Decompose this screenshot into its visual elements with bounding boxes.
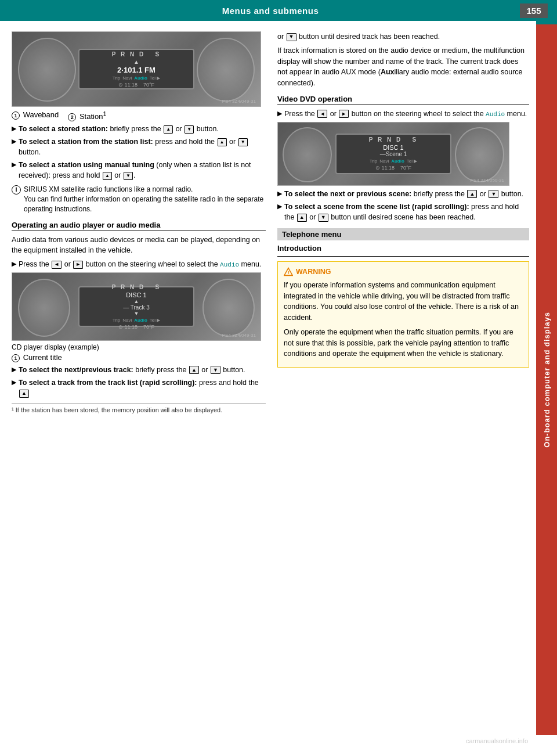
dash-screen-1: P R N D S ▲ 2·101.1 FM Trip Navi Audio T… [78, 49, 194, 89]
dvd-nav-row: Trip Navi Audio Tel ▶ [370, 159, 418, 164]
bullet-track-text: To select the next/previous track: brief… [19, 365, 245, 375]
dvd-prnd: P R N D S [369, 136, 418, 143]
bullet-arrow-6: ▶ [12, 378, 16, 387]
section-audio-header: Operating an audio player or audio media [12, 221, 266, 231]
track-info-para: If track information is stored on the au… [277, 45, 529, 89]
station-display: 2·101.1 FM [117, 66, 155, 74]
right-column: or ▼ button until desired track has been… [273, 27, 536, 418]
bullet-select-track: ▶ To select the next/previous track: bri… [12, 365, 266, 375]
photo-ref-1: PS4 3Z4/049-31 [222, 99, 256, 104]
telephone-section-header: Telephone menu [277, 228, 529, 240]
warning-triangle-icon: ! [284, 267, 293, 276]
watermark: carmanualsonline.info [466, 737, 528, 744]
header-bar: Menus and submenus 155 [0, 0, 557, 21]
section-audio-title: Operating an audio player or audio media [12, 221, 160, 229]
bullet-arrow-1: ▶ [12, 124, 16, 134]
telephone-section-title: Telephone menu [282, 230, 341, 239]
time-temp-1: ⊙ 11:18 70°F [118, 82, 154, 88]
sidebar-label-text: On-board computer and displays [542, 312, 551, 448]
warning-para2: Only operate the equipment when the traf… [284, 327, 523, 359]
dvd-dash-display: P R N D S DISC 1 —Scene 1 Trip Navi Audi… [278, 123, 509, 185]
circle-1: 1 [12, 111, 20, 120]
track-display: — Track 3 [123, 304, 150, 311]
disc-display: DISC 1 [126, 291, 146, 298]
warning-title: ! WARNING [284, 267, 523, 278]
warning-para1: If you operate information systems and c… [284, 280, 523, 323]
nav-row-1: Trip Navi Audio Tel ▶ [113, 75, 161, 81]
bullet-arrow-v1: ▶ [277, 109, 282, 118]
svg-text:!: ! [288, 270, 290, 275]
dvd-scene: —Scene 1 [380, 151, 407, 157]
dvd-disc: DISC 1 [383, 144, 403, 151]
nav2-trip: Trip [113, 318, 120, 323]
bullet-track-list: ▶ To select a track from the track list … [12, 377, 266, 398]
dash-display-2: P R N D S DISC 1 ▲ — Track 3 ▼ Trip Navi… [12, 273, 261, 340]
dvd-trip: Trip [370, 159, 377, 164]
warning-box: ! WARNING If you operate information sys… [277, 261, 529, 368]
bullet-select-stored: ▶ To select a stored station: briefly pr… [12, 124, 266, 134]
dash-display-1: P R N D S ▲ 2·101.1 FM Trip Navi Audio T… [12, 32, 261, 106]
bullet-nextscene-text: To select the next or previous scene: br… [284, 189, 523, 199]
nav-tel: Tel ▶ [150, 75, 160, 81]
dvd-navi: Navi [379, 159, 389, 164]
nav2-navi: Navi [122, 318, 132, 323]
time-temp-2: ⊙ 11:18 70°F [118, 324, 154, 330]
audio-para: Audio data from various audio devices or… [12, 235, 266, 257]
dvd-dash-screen: P R N D S DISC 1 —Scene 1 Trip Navi Audi… [335, 134, 451, 174]
cd-caption-text: CD player display (example) [12, 343, 99, 351]
warning-label: WARNING [296, 267, 331, 278]
bullet-arrow-2: ▶ [12, 137, 16, 146]
bullet-select-manual: ▶ To select a station using manual tunin… [12, 160, 266, 181]
bullet-press-video: ▶ Press the ◄ or ► button on the steerin… [277, 109, 529, 120]
dash-screen-2: P R N D S DISC 1 ▲ — Track 3 ▼ Trip Navi… [78, 286, 194, 327]
bullet-arrow-5: ▶ [12, 365, 16, 375]
bullet-tracklist-text: To select a track from the track list (r… [19, 377, 266, 398]
photo-ref-2: PS4 3Z4/049-31 [222, 333, 256, 338]
nav2-audio: Audio [134, 318, 147, 323]
bullet-arrow-v3: ▶ [277, 202, 282, 211]
nav-navi: Navi [122, 75, 132, 81]
dvd-photo-ref: PS4 3Z4/050-31 [471, 178, 504, 183]
dvd-tel: Tel ▶ [407, 159, 417, 164]
main-content: P R N D S ▲ 2·101.1 FM Trip Navi Audio T… [0, 21, 536, 430]
nav-audio-active: Audio [134, 75, 147, 81]
info-text: SIRIUS XM satellite radio functions like… [24, 185, 266, 215]
label-current-title: 1 Current title [12, 353, 266, 362]
introduction-label: Introduction [277, 244, 529, 253]
label-station: 2 Station1 [68, 110, 106, 121]
bullet-arrow-v2: ▶ [277, 189, 282, 199]
bullet-video-text: Press the ◄ or ► button on the steering … [284, 109, 527, 120]
cd-caption: CD player display (example) [12, 343, 266, 351]
footnote: ¹ If the station has been stored, the me… [12, 403, 266, 413]
bullet-list-text: To select a station from the station lis… [19, 136, 266, 157]
section-video-header: Video DVD operation [277, 95, 529, 105]
nav-row-2: Trip Navi Audio Tel ▶ [113, 318, 161, 323]
info-icon-1: i [12, 185, 21, 195]
prnd-display-1: P R N D S [112, 51, 161, 57]
dashboard-image-2: P R N D S DISC 1 ▲ — Track 3 ▼ Trip Navi… [12, 272, 261, 341]
footnote-text: ¹ If the station has been stored, the me… [12, 406, 222, 413]
dashboard-image-1: P R N D S ▲ 2·101.1 FM Trip Navi Audio T… [12, 31, 261, 107]
label-waveband: 1 Waveband [12, 110, 59, 121]
intro-divider [277, 256, 529, 257]
bullet-scenelist-text: To select a scene from the scene list (r… [284, 201, 529, 222]
bullet-next-scene: ▶ To select the next or previous scene: … [277, 189, 529, 199]
continuation-text: or ▼ button until desired track has been… [277, 31, 529, 42]
introduction-title: Introduction [277, 244, 321, 253]
page-number: 155 [520, 3, 548, 18]
station-text: Station1 [79, 112, 107, 121]
sidebar-label: On-board computer and displays [536, 24, 557, 735]
dvd-audio: Audio [391, 159, 404, 164]
dvd-dashboard-image: P R N D S DISC 1 —Scene 1 Trip Navi Audi… [277, 122, 509, 186]
bullet-press-text: Press the ◄ or ► button on the steering … [19, 259, 261, 270]
nav2-tel: Tel ▶ [150, 318, 160, 323]
dvd-time-temp: ⊙ 11:18 70°F [375, 165, 411, 171]
image-labels-1: 1 Waveband 2 Station1 [12, 110, 266, 121]
bullet-select-list: ▶ To select a station from the station l… [12, 136, 266, 157]
prnd-display-2: P R N D S [112, 284, 161, 290]
bullet-press-audio: ▶ Press the ◄ or ► button on the steerin… [12, 259, 266, 270]
bullet-manual-text: To select a station using manual tuning … [19, 160, 266, 181]
video-section-title: Video DVD operation [277, 95, 352, 103]
info-sirius: i SIRIUS XM satellite radio functions li… [12, 185, 266, 215]
bullet-arrow-4: ▶ [12, 260, 16, 269]
